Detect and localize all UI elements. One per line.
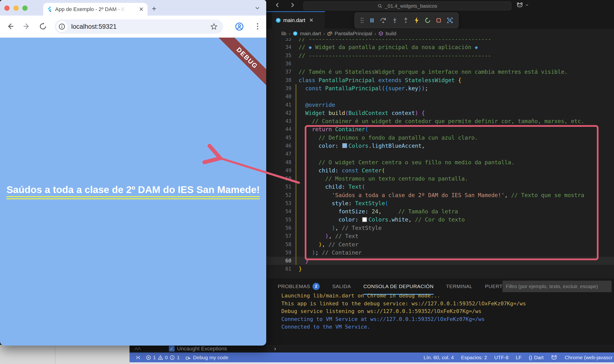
indentation-setting[interactable]: Espacios: 2 — [461, 355, 487, 360]
pause-icon[interactable] — [369, 17, 375, 24]
step-out-icon[interactable] — [403, 17, 409, 24]
line-number: 34 — [266, 44, 292, 50]
kebab-menu-icon[interactable] — [253, 22, 262, 31]
code-line[interactable]: 41 @override — [266, 101, 614, 109]
code-line[interactable]: 53 style: TextStyle( — [266, 199, 614, 207]
cursor-position[interactable]: Lín. 60, col. 4 — [424, 355, 454, 360]
breadcrumb-file[interactable]: main.dart — [300, 31, 321, 36]
back-icon[interactable] — [6, 22, 15, 31]
panel-tab-label: CONSOLA DE DEPURACIÓN — [363, 284, 434, 289]
code-line[interactable]: 48 // O widget Center centra o seu fillo… — [266, 158, 614, 166]
console-line: Connecting to VM Service at ws://127.0.0… — [281, 315, 526, 323]
macos-close-button[interactable] — [4, 5, 10, 11]
code-line[interactable]: 40 — [266, 92, 614, 101]
code-text: class PantallaPrincipal extends Stateles… — [299, 77, 461, 83]
code-line[interactable]: 36 — [266, 60, 614, 68]
console-prompt-chevron: › — [274, 345, 276, 352]
code-line[interactable]: 61} — [266, 265, 614, 273]
code-line[interactable]: 46 color: Colors.lightBlueAccent, — [266, 142, 614, 150]
code-line[interactable]: 38class PantallaPrincipal extends Statel… — [266, 76, 614, 84]
warning-icon — [158, 355, 163, 360]
code-line[interactable]: 43 // Container é un widget de contedor … — [266, 117, 614, 125]
code-line[interactable]: 51 child: Text( — [266, 183, 614, 191]
git-modified-gutter-mark — [295, 175, 297, 183]
code-line[interactable]: 58 ), // Center — [266, 240, 614, 248]
encoding-setting[interactable]: UTF-8 — [494, 355, 509, 360]
restart-icon[interactable] — [425, 17, 431, 24]
star-icon[interactable] — [210, 23, 218, 30]
code-line[interactable]: 33// -----------------------------------… — [266, 38, 614, 43]
chevron-down-icon[interactable] — [255, 5, 260, 11]
line-number: 33 — [266, 38, 292, 42]
code-text: child: Text( — [299, 184, 365, 190]
site-info-icon[interactable] — [56, 21, 67, 32]
code-line[interactable]: 54 fontSize: 24, // Tamaño da letra — [266, 207, 614, 216]
problems-summary[interactable]: 1 0 1 — [146, 355, 180, 360]
line-number: 42 — [266, 110, 292, 116]
git-modified-gutter-mark — [295, 257, 297, 265]
tab-main-dart[interactable]: main.dart ✕ — [272, 12, 324, 29]
profile-icon[interactable] — [235, 22, 244, 31]
macos-minimize-button[interactable] — [14, 5, 19, 11]
code-line[interactable]: 50 // Mostramos un texto centrado na pan… — [266, 175, 614, 183]
breadcrumb-class[interactable]: PantallaPrincipal — [335, 31, 372, 36]
uncaught-exceptions-checkbox[interactable]: ✓ — [169, 346, 175, 351]
step-over-icon[interactable] — [380, 17, 387, 24]
browser-tab[interactable]: App de Exemplo - 2º DAM - IE ✕ — [43, 3, 148, 15]
hot-reload-icon[interactable] — [414, 17, 419, 24]
console-line: Connected to the VM Service. — [281, 323, 526, 331]
stop-icon[interactable] — [436, 17, 442, 23]
debug-launch-status[interactable]: Debug my code — [185, 355, 228, 360]
address-bar[interactable]: localhost:59321 — [55, 19, 223, 34]
code-line[interactable]: 42 Widget build(BuildContext context) { — [266, 109, 614, 117]
code-line[interactable]: 47 — [266, 150, 614, 158]
line-number: 48 — [266, 159, 292, 165]
command-center-search[interactable]: _01.4_widgets_basicos — [303, 1, 511, 10]
copilot-menu[interactable] — [516, 2, 529, 8]
history-forward-button[interactable] — [289, 2, 297, 10]
code-line[interactable]: 56 ), // TextStyle — [266, 224, 614, 232]
language-mode[interactable]: {} Dart — [529, 355, 544, 360]
code-line[interactable]: 52 'Saúdos a toda a clase de 2º DAM do I… — [266, 191, 614, 199]
tab-label: main.dart — [283, 17, 305, 24]
eol-setting[interactable]: LF — [516, 355, 522, 360]
history-back-button[interactable] — [274, 2, 282, 10]
copilot-status[interactable] — [551, 355, 558, 360]
step-into-icon[interactable] — [392, 17, 398, 24]
breadcrumb-method[interactable]: build — [386, 31, 396, 36]
statusbar: 1 0 1 Debug my code Lín. 60, col. 4 Espa… — [129, 352, 614, 362]
breadcrumb-root[interactable]: lib — [281, 31, 286, 36]
code-line[interactable]: 49 child: const Center( — [266, 167, 614, 175]
git-modified-gutter-mark — [295, 224, 297, 232]
widget-inspector-icon[interactable] — [447, 17, 453, 24]
code-line[interactable]: 60 } — [266, 257, 614, 265]
code-line[interactable]: 34// ◆ Widget da pantalla principal da n… — [266, 43, 614, 51]
new-tab-button[interactable]: + — [152, 5, 156, 12]
close-icon[interactable]: ✕ — [139, 6, 144, 13]
code-line[interactable]: 39 const PantallaPrincipal({super.key}); — [266, 84, 614, 92]
code-line[interactable]: 35// -----------------------------------… — [266, 52, 614, 60]
forward-icon[interactable] — [22, 22, 31, 31]
code-text: // O widget Center centra o seu fillo no… — [299, 159, 515, 166]
drag-handle-icon[interactable] — [360, 17, 364, 24]
code-line[interactable]: 37// Tamén é un StatelessWidget porque a… — [266, 68, 614, 76]
close-icon[interactable]: ✕ — [309, 17, 313, 24]
line-number: 44 — [266, 126, 292, 132]
code-line[interactable]: 57 ), // Text — [266, 232, 614, 240]
debug-console-input[interactable]: › — [266, 346, 614, 352]
vscode-window: _01.4_widgets_basicos main.dart ✕ — [266, 0, 614, 362]
code-line[interactable]: 55 color: Colors.white, // Cor do texto — [266, 216, 614, 224]
console-filter-input[interactable] — [502, 281, 612, 292]
class-symbol-icon — [327, 31, 332, 36]
reload-icon[interactable] — [38, 22, 47, 31]
chevron-right-icon: › — [289, 31, 291, 36]
debug-target[interactable]: Chrome (web-javascr — [565, 355, 613, 360]
code-line[interactable]: 44 return Container( — [266, 125, 614, 133]
code-line[interactable]: 59 ); // Container — [266, 248, 614, 257]
remote-indicator[interactable] — [134, 355, 140, 360]
code-editor[interactable]: 33// -----------------------------------… — [266, 38, 614, 278]
macos-zoom-button[interactable] — [22, 5, 28, 11]
code-text: // Mostramos un texto centrado na pantal… — [299, 176, 468, 182]
code-line[interactable]: 45 // Definimos o fondo da pantalla cun … — [266, 134, 614, 142]
code-text: // -------------------------------------… — [299, 52, 491, 59]
